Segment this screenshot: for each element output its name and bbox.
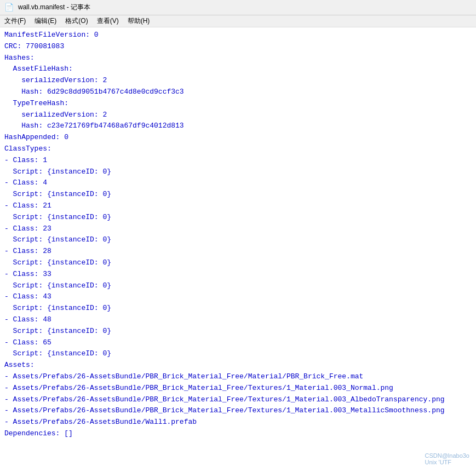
line-8: Hash: c23e721769fb47468a67df9c4012d813 [4, 120, 472, 132]
line-31: - Assets/Prefabs/26-AssetsBundle/PBR_Bri… [4, 383, 472, 394]
line-24: Script: {instanceID: 0} [4, 303, 472, 314]
line-33: - Assets/Prefabs/26-AssetsBundle/PBR_Bri… [4, 405, 472, 417]
line-29: Assets: [4, 360, 472, 371]
line-12: Script: {instanceID: 0} [4, 166, 472, 178]
line-20: Script: {instanceID: 0} [4, 257, 472, 269]
line-21: - Class: 33 [4, 269, 472, 280]
title-bar-icon: 📄 [4, 3, 14, 12]
watermark-subtext: Unix 'UTF [425, 459, 452, 465]
line-10: ClassTypes: [4, 143, 472, 155]
line-2: Hashes: [4, 53, 472, 64]
line-13: - Class: 4 [4, 177, 472, 189]
line-6: TypeTreeHash: [4, 98, 472, 110]
title-bar: 📄 wall.vb.manifest - 记事本 [0, 0, 476, 15]
line-9: HashAppended: 0 [4, 132, 472, 143]
title-bar-text: wall.vb.manifest - 记事本 [18, 3, 90, 12]
line-35: Dependencies: [] [4, 428, 472, 440]
menu-file[interactable]: 文件(F) [0, 15, 30, 27]
menu-bar: 文件(F) 编辑(E) 格式(O) 查看(V) 帮助(H) [0, 15, 476, 27]
line-16: Script: {instanceID: 0} [4, 212, 472, 223]
line-19: - Class: 28 [4, 246, 472, 257]
line-26: Script: {instanceID: 0} [4, 326, 472, 337]
line-5: Hash: 6d29c8dd9051b4767c4d8e0cd9ccf3c3 [4, 87, 472, 98]
line-11: - Class: 1 [4, 155, 472, 166]
line-15: - Class: 21 [4, 200, 472, 212]
content-area: ManifestFileVersion: 0CRC: 770081083Hash… [0, 27, 476, 472]
line-27: - Class: 65 [4, 337, 472, 349]
line-18: Script: {instanceID: 0} [4, 234, 472, 246]
watermark-text: CSDN@lnabo3o [425, 452, 470, 459]
line-23: - Class: 43 [4, 291, 472, 303]
menu-help[interactable]: 帮助(H) [123, 15, 154, 27]
line-28: Script: {instanceID: 0} [4, 348, 472, 360]
line-0: ManifestFileVersion: 0 [4, 30, 472, 41]
line-32: - Assets/Prefabs/26-AssetsBundle/PBR_Bri… [4, 394, 472, 406]
line-3: AssetFileHash: [4, 64, 472, 75]
line-17: - Class: 23 [4, 223, 472, 235]
line-4: serializedVersion: 2 [4, 75, 472, 87]
watermark: CSDN@lnabo3o Unix 'UTF [425, 452, 470, 465]
line-22: Script: {instanceID: 0} [4, 280, 472, 292]
line-25: - Class: 48 [4, 314, 472, 326]
line-1: CRC: 770081083 [4, 41, 472, 53]
line-7: serializedVersion: 2 [4, 110, 472, 121]
menu-view[interactable]: 查看(V) [93, 15, 123, 27]
line-14: Script: {instanceID: 0} [4, 189, 472, 200]
menu-format[interactable]: 格式(O) [61, 15, 92, 27]
line-30: - Assets/Prefabs/26-AssetsBundle/PBR_Bri… [4, 371, 472, 383]
line-34: - Assets/Prefabs/26-AssetsBundle/Wall1.p… [4, 417, 472, 428]
menu-edit[interactable]: 编辑(E) [30, 15, 61, 27]
